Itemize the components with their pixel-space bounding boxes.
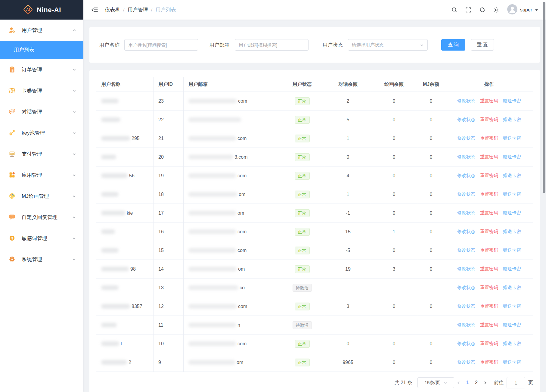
sidebar-item-order-management[interactable]: 订单管理 xyxy=(0,59,83,80)
gift-card-link[interactable]: 赠送卡密 xyxy=(503,303,521,309)
reset-button[interactable]: 重 置 xyxy=(471,39,494,51)
breadcrumb-user-management[interactable]: 用户管理 xyxy=(128,6,148,13)
blurred-username xyxy=(101,285,119,290)
sidebar-item-sensitive-word-management[interactable]: 词 敏感词管理 xyxy=(0,228,83,249)
modify-status-link[interactable]: 修改状态 xyxy=(457,191,475,197)
modify-status-link[interactable]: 修改状态 xyxy=(457,266,475,271)
reset-password-link[interactable]: 重置密码 xyxy=(480,322,498,327)
reset-password-link[interactable]: 重置密码 xyxy=(480,247,498,253)
username-search-input[interactable] xyxy=(124,39,198,51)
gift-card-link[interactable]: 赠送卡密 xyxy=(503,98,521,103)
reset-password-link[interactable]: 重置密码 xyxy=(480,117,498,122)
page-number-2[interactable]: 2 xyxy=(475,380,478,385)
blurred-email xyxy=(188,341,236,346)
modify-status-link[interactable]: 修改状态 xyxy=(457,154,475,159)
gift-card-link[interactable]: 赠送卡密 xyxy=(503,210,521,215)
blurred-username xyxy=(101,117,120,122)
modify-status-link[interactable]: 修改状态 xyxy=(457,117,475,122)
modify-status-link[interactable]: 修改状态 xyxy=(457,247,475,253)
chat-balance: 2 xyxy=(325,92,371,110)
blurred-email xyxy=(188,136,236,141)
col-email: 用户邮箱 xyxy=(184,77,279,92)
modify-status-link[interactable]: 修改状态 xyxy=(457,285,475,290)
sidebar-item-user-list[interactable]: 用户列表 xyxy=(0,41,83,59)
next-page-icon[interactable] xyxy=(483,381,487,385)
prev-page-icon[interactable] xyxy=(457,381,461,385)
status-select[interactable]: 请选择用户状态 xyxy=(348,39,428,51)
chat-balance: -1 xyxy=(325,204,371,222)
reset-password-link[interactable]: 重置密码 xyxy=(480,173,498,178)
page-number-1[interactable]: 1 xyxy=(466,380,469,385)
refresh-icon[interactable] xyxy=(479,7,486,13)
sidebar-item-app-management[interactable]: 应用管理 xyxy=(0,164,83,185)
sidebar-item-payment-management[interactable]: 支付管理 xyxy=(0,143,83,164)
modify-status-link[interactable]: 修改状态 xyxy=(457,173,475,178)
fullscreen-icon[interactable] xyxy=(465,7,471,13)
reset-password-link[interactable]: 重置密码 xyxy=(480,285,498,290)
sidebar-item-key-pool-management[interactable]: key池管理 xyxy=(0,122,83,143)
search-icon[interactable] xyxy=(451,7,458,13)
gift-card-link[interactable]: 赠送卡密 xyxy=(503,322,521,327)
sidebar-item-coupon-management[interactable]: 卡券管理 xyxy=(0,80,83,101)
sidebar-item-user-management[interactable]: 用户管理 xyxy=(0,20,83,41)
modify-status-link[interactable]: 修改状态 xyxy=(457,341,475,346)
reset-password-link[interactable]: 重置密码 xyxy=(480,303,498,309)
status-badge: 正常 xyxy=(295,247,310,254)
reset-password-link[interactable]: 重置密码 xyxy=(480,266,498,271)
email-search-input[interactable] xyxy=(235,39,309,51)
reset-password-link[interactable]: 重置密码 xyxy=(480,341,498,346)
sidebar: AI Nine-AI 用户管理 用户列表 订单管理 卡券管理 对话管理 xyxy=(0,0,83,392)
gift-card-link[interactable]: 赠送卡密 xyxy=(503,359,521,365)
draw-balance: 0 xyxy=(371,297,417,316)
sidebar-item-chat-management[interactable]: 对话管理 xyxy=(0,101,83,122)
reset-password-link[interactable]: 重置密码 xyxy=(480,229,498,234)
gift-card-link[interactable]: 赠送卡密 xyxy=(503,341,521,346)
window-scrollbar[interactable] xyxy=(543,2,545,193)
reset-password-link[interactable]: 重置密码 xyxy=(480,191,498,197)
gift-card-link[interactable]: 赠送卡密 xyxy=(503,229,521,234)
status-badge: 正常 xyxy=(295,209,310,217)
reset-password-link[interactable]: 重置密码 xyxy=(480,135,498,141)
gift-card-link[interactable]: 赠送卡密 xyxy=(503,117,521,122)
user-id: 20 xyxy=(154,148,184,166)
user-table: 用户名称 用户ID 用户邮箱 用户状态 对话余额 绘画余额 MJ余额 操作 xyxy=(96,77,533,372)
svg-text:AI: AI xyxy=(26,7,30,11)
col-username: 用户名称 xyxy=(96,77,154,92)
search-button[interactable]: 查 询 xyxy=(441,39,465,51)
col-mj-balance: MJ余额 xyxy=(417,77,445,92)
gift-card-link[interactable]: 赠送卡密 xyxy=(503,135,521,141)
page-size-select[interactable]: 15条/页 xyxy=(417,377,454,388)
draw-balance: 0 xyxy=(371,129,417,148)
modify-status-link[interactable]: 修改状态 xyxy=(457,210,475,215)
gift-card-link[interactable]: 赠送卡密 xyxy=(503,191,521,197)
status-badge: 正常 xyxy=(295,116,310,124)
theme-sun-icon[interactable] xyxy=(493,7,499,13)
gift-card-link[interactable]: 赠送卡密 xyxy=(503,285,521,290)
sidebar-item-system-management[interactable]: 系统管理 xyxy=(0,249,83,270)
modify-status-link[interactable]: 修改状态 xyxy=(457,359,475,365)
status-badge: 正常 xyxy=(295,359,310,366)
goto-page-input[interactable] xyxy=(507,377,525,388)
mj-balance xyxy=(417,316,445,334)
sidebar-item-mj-drawing-management[interactable]: MJ绘画管理 xyxy=(0,185,83,207)
reset-password-link[interactable]: 重置密码 xyxy=(480,359,498,365)
modify-status-link[interactable]: 修改状态 xyxy=(457,98,475,103)
reset-password-link[interactable]: 重置密码 xyxy=(480,98,498,103)
gift-card-link[interactable]: 赠送卡密 xyxy=(503,154,521,159)
user-menu[interactable]: super xyxy=(507,4,538,16)
sidebar-item-custom-reply-management[interactable]: 自定义回复管理 xyxy=(0,207,83,228)
modify-status-link[interactable]: 修改状态 xyxy=(457,303,475,309)
gift-card-link[interactable]: 赠送卡密 xyxy=(503,173,521,178)
breadcrumb-dashboard[interactable]: 仪表盘 xyxy=(105,6,120,13)
modify-status-link[interactable]: 修改状态 xyxy=(457,135,475,141)
chevron-down-icon xyxy=(72,110,76,114)
gift-card-link[interactable]: 赠送卡密 xyxy=(503,266,521,271)
reset-password-link[interactable]: 重置密码 xyxy=(480,154,498,159)
reset-password-link[interactable]: 重置密码 xyxy=(480,210,498,215)
modify-status-link[interactable]: 修改状态 xyxy=(457,229,475,234)
sidebar-collapse-icon[interactable] xyxy=(91,7,98,13)
chevron-down-icon xyxy=(72,131,76,135)
modify-status-link[interactable]: 修改状态 xyxy=(457,322,475,327)
gift-card-link[interactable]: 赠送卡密 xyxy=(503,247,521,253)
col-user-id: 用户ID xyxy=(154,77,184,92)
